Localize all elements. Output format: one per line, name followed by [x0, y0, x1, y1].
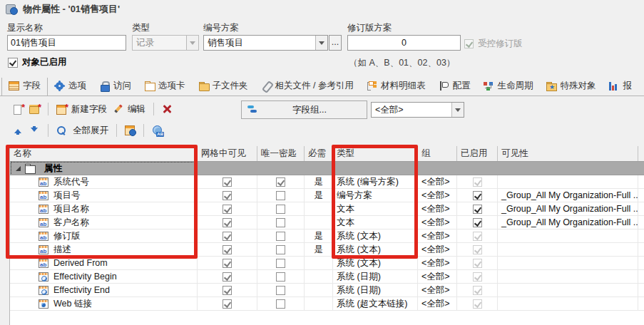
field-name-cell[interactable]: 修订版 [10, 229, 198, 242]
unique-key-checkbox[interactable] [276, 218, 285, 227]
field-name-cell[interactable]: Derived From [10, 257, 198, 269]
unique-key-checkbox[interactable] [276, 205, 285, 214]
grid-visible-checkbox[interactable] [223, 232, 232, 241]
tab-configuration[interactable]: 配置 [431, 78, 476, 96]
tab-related-files[interactable]: 相关文件 / 参考引用 [255, 78, 360, 96]
tab-options[interactable]: 选项 [48, 78, 93, 96]
field-name-cell[interactable]: 客户名称 [10, 216, 198, 229]
unique-key-checkbox[interactable] [276, 232, 285, 241]
empty-cell [457, 162, 498, 175]
grid-visible-checkbox[interactable] [223, 286, 232, 295]
tab-reports[interactable]: 报 [602, 78, 638, 96]
toolbar-separator [153, 103, 154, 115]
grid-visible-checkbox[interactable] [223, 177, 232, 187]
numbering-scheme-browse-button[interactable]: ... [329, 35, 342, 51]
grid-visible-checkbox[interactable] [223, 205, 232, 214]
expand-collapse-icon[interactable] [16, 166, 21, 171]
column-header-req[interactable]: 必需 [305, 146, 333, 161]
group-cell: <全部> [418, 284, 457, 296]
display-name-input[interactable] [7, 35, 126, 51]
empty-cell [305, 162, 333, 175]
field-name-cell[interactable]: 项目号 [10, 189, 198, 202]
unique-key-checkbox[interactable] [276, 245, 285, 254]
column-header-vis[interactable]: 可见性 [498, 146, 638, 161]
group-focus-box: 属性 [11, 162, 197, 175]
column-header-en[interactable]: 已启用 [457, 146, 498, 161]
unique-key-checkbox[interactable] [276, 272, 285, 282]
field-name-cell[interactable]: Effectivity End [10, 284, 198, 296]
table-row: 项目号是编号方案<全部>_Group_All My Organization-F… [10, 189, 644, 202]
column-header-type[interactable]: 类型 [333, 146, 418, 161]
search-button[interactable] [53, 124, 70, 137]
tab-access[interactable]: 访问 [93, 78, 138, 96]
enabled-checkbox [473, 286, 482, 295]
grid-visible-checkbox[interactable] [223, 245, 232, 254]
expand-all-button[interactable]: 全部展开 [70, 123, 111, 138]
field-name-cell[interactable]: 描述 [10, 243, 198, 256]
grid-visible-cell [198, 175, 257, 188]
new-field-button[interactable]: 新建字段 [53, 102, 110, 117]
unique-key-cell [257, 189, 305, 202]
column-header-grid[interactable]: 网格中可见 [198, 146, 257, 161]
tab-bom[interactable]: 材料明细表 [360, 78, 432, 96]
field-group-button-label: 字段组... [258, 104, 361, 116]
field-group-filter-arrow-icon[interactable] [451, 103, 464, 117]
grid-visible-checkbox[interactable] [223, 272, 232, 282]
grid-visible-checkbox[interactable] [223, 259, 232, 268]
tab-lifecycle[interactable]: 生命周期 [476, 78, 539, 96]
numbering-scheme-select[interactable]: 销售项目 [203, 35, 328, 51]
move-up-button[interactable] [10, 124, 26, 137]
delete-button[interactable] [159, 103, 175, 115]
new-group-icon [29, 104, 40, 114]
new-group-button[interactable] [26, 103, 43, 115]
unique-key-checkbox[interactable] [276, 286, 285, 295]
tab-special-objects[interactable]: 特殊对象 [539, 78, 602, 96]
numbering-scheme-arrow-icon[interactable] [315, 36, 327, 50]
unique-key-checkbox[interactable] [276, 299, 285, 309]
enabled-checkbox[interactable] [473, 205, 482, 214]
tab-label: 子文件夹 [213, 80, 248, 92]
field-name-label: Effectivity End [53, 284, 110, 296]
revision-example-hint: （如 A、B、01、02、03） [349, 57, 455, 69]
tab-fields[interactable]: 字段 [1, 78, 48, 96]
field-group-filter-select[interactable]: <全部> [371, 102, 464, 118]
new-field-icon [56, 104, 67, 114]
revision-scheme-input[interactable] [347, 35, 461, 51]
field-name-cell[interactable]: 项目名称 [10, 202, 198, 215]
grid-visible-cell [198, 229, 257, 242]
unique-key-checkbox[interactable] [276, 191, 285, 200]
group-row-name-cell[interactable]: 属性 [10, 162, 198, 175]
move-down-button[interactable] [26, 124, 43, 137]
column-header-uniq[interactable]: 唯一密匙 [257, 146, 305, 161]
expand-all-label: 全部展开 [73, 125, 108, 137]
tab-subfolders[interactable]: 子文件夹 [192, 78, 255, 96]
column-header-name[interactable]: 名称 [10, 146, 198, 161]
edit-button[interactable]: 编辑 [110, 102, 148, 117]
table-row: 系统代号是系统 (编号方案)<全部> [10, 175, 644, 189]
tab-tab-pages[interactable]: 选项卡 [138, 78, 192, 96]
translate-button[interactable] [149, 124, 165, 137]
field-info-button[interactable] [122, 124, 138, 137]
column-header-group[interactable]: 组 [418, 146, 457, 161]
unique-key-checkbox[interactable] [276, 259, 285, 268]
field-group-button[interactable]: 字段组... [241, 100, 367, 119]
new-item-button[interactable] [10, 103, 26, 115]
field-name-cell[interactable]: Web 链接 [10, 297, 198, 310]
grid-visible-checkbox[interactable] [223, 218, 232, 227]
field-name-cell[interactable]: Effectivity Begin [10, 270, 198, 283]
field-name-cell[interactable]: 系统代号 [10, 175, 198, 188]
type-cell: 系统 (超文本链接) [333, 297, 418, 310]
grid-visible-checkbox[interactable] [223, 299, 232, 309]
enabled-checkbox[interactable] [473, 218, 482, 227]
controlled-revision-checkbox [464, 39, 474, 48]
folder-icon [198, 81, 209, 91]
grid-visible-checkbox[interactable] [223, 191, 232, 200]
enabled-checkbox[interactable] [473, 191, 482, 200]
lock-icon [99, 81, 110, 91]
table-icon [9, 81, 19, 91]
object-enabled-checkbox[interactable] [8, 58, 18, 68]
unique-key-checkbox[interactable] [276, 177, 285, 187]
empty-cell [257, 162, 305, 175]
field-name-label: 项目名称 [53, 202, 89, 215]
group-cell: <全部> [418, 243, 457, 256]
